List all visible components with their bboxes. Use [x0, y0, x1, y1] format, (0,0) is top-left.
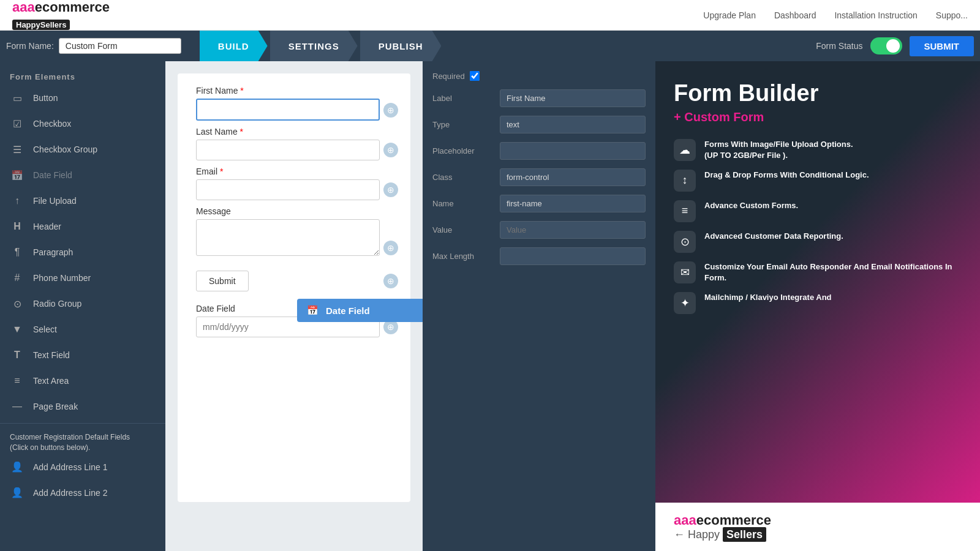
prop-value-row: Value: [432, 221, 646, 239]
promo-feature-text-5: Customize Your Email Auto Responder And …: [704, 261, 962, 283]
promo-feature-text-4: Advanced Customer Data Reporting.: [704, 231, 843, 242]
prop-class-label: Class: [432, 173, 500, 182]
main-content: Form Elements ▭ Button ☑ Checkbox ☰ Chec…: [0, 61, 980, 551]
sidebar-item-radio-group[interactable]: ⊙ Radio Group: [0, 291, 165, 317]
prop-class-row: Class form-control: [432, 168, 646, 186]
sidebar-label-button: Button: [33, 93, 58, 103]
customer-reg-title: Customer Registration Default Fields (Cl…: [0, 427, 165, 454]
prop-required-label: Required: [432, 72, 465, 81]
promo-feature-5: ✉ Customize Your Email Auto Responder An…: [674, 261, 962, 283]
prop-required-checkbox[interactable]: [470, 71, 480, 81]
promo-icon-data: ⊙: [674, 231, 696, 253]
email-input[interactable]: [196, 179, 380, 200]
sidebar-item-file-upload[interactable]: ↑ File Upload: [0, 188, 165, 214]
prop-label-input[interactable]: [500, 89, 646, 107]
promo-feature-text-1: Forms With Image/File Upload Options.(UP…: [704, 139, 853, 161]
sidebar-label-select: Select: [33, 324, 57, 334]
field-message: Message ⊕: [196, 206, 392, 258]
form-submit-button[interactable]: Submit: [196, 271, 249, 291]
add-field-btn-5[interactable]: ⊕: [383, 274, 398, 288]
date-field-icon: 📅: [10, 168, 24, 182]
sidebar-item-paragraph[interactable]: ¶ Paragraph: [0, 239, 165, 265]
submit-button[interactable]: SUBMIT: [910, 36, 974, 56]
promo-icon-drag: ↕: [674, 170, 696, 192]
prop-placeholder-input[interactable]: [500, 142, 646, 160]
message-label: Message: [196, 206, 380, 216]
sidebar-item-text-area[interactable]: ≡ Text Area: [0, 368, 165, 394]
sidebar-label-add-address-2: Add Address Line 2: [33, 488, 107, 498]
text-field-icon: T: [10, 348, 24, 362]
prop-name-value: first-name: [500, 195, 646, 212]
tab-publish[interactable]: PUBLISH: [360, 31, 442, 61]
nav-dashboard[interactable]: Dashboard: [774, 10, 816, 20]
date-field-label: Date Field: [196, 304, 380, 313]
prop-placeholder-row: Placeholder: [432, 142, 646, 160]
form-canvas: First Name * ⊕ Last Name * ⊕ Email * ⊕: [178, 73, 410, 502]
prop-placeholder-label: Placeholder: [432, 146, 500, 156]
phone-number-icon: #: [10, 271, 24, 285]
prop-type-row: Type text: [432, 116, 646, 133]
first-name-label: First Name *: [196, 86, 380, 96]
page-break-icon: —: [10, 399, 24, 414]
promo-content: Form Builder + Custom Form ☁ Forms With …: [655, 61, 980, 335]
prop-required-row: Required: [432, 71, 646, 81]
add-field-btn-1[interactable]: ⊕: [383, 103, 398, 118]
first-name-input[interactable]: [196, 99, 380, 121]
last-name-input[interactable]: [196, 140, 380, 160]
sidebar-item-date-field[interactable]: 📅 Date Field: [0, 162, 165, 188]
sidebar-item-checkbox[interactable]: ☑ Checkbox: [0, 111, 165, 137]
nav-support[interactable]: Suppo...: [936, 10, 968, 20]
sidebar-item-phone-number[interactable]: # Phone Number: [0, 265, 165, 291]
first-name-required: *: [240, 86, 243, 96]
prop-label-label: Label: [432, 94, 500, 103]
sidebar-title: Form Elements: [0, 67, 165, 85]
tab-build[interactable]: BUILD: [200, 31, 268, 61]
top-nav: aaaecommerce HappySellers Upgrade Plan D…: [0, 0, 980, 31]
date-input[interactable]: [196, 317, 380, 337]
prop-maxlength-row: Max Length: [432, 247, 646, 265]
sidebar-item-add-address-1[interactable]: 👤 Add Address Line 1: [0, 454, 165, 480]
prop-name-label: Name: [432, 199, 500, 208]
add-field-btn-4[interactable]: ⊕: [383, 241, 398, 255]
tab-settings[interactable]: SETTINGS: [270, 31, 358, 61]
form-name-input[interactable]: [59, 38, 181, 54]
message-textarea[interactable]: [196, 219, 380, 256]
radio-group-icon: ⊙: [10, 296, 24, 311]
promo-icon-mailchimp: ✦: [674, 292, 696, 314]
sidebar-label-checkbox-group: Checkbox Group: [33, 144, 97, 154]
promo-title: Form Builder: [674, 80, 962, 108]
sidebar-item-add-address-2[interactable]: 👤 Add Address Line 2: [0, 480, 165, 506]
sidebar-label-date-field: Date Field: [33, 170, 72, 180]
add-field-btn-3[interactable]: ⊕: [383, 182, 398, 197]
promo-feature-1: ☁ Forms With Image/File Upload Options.(…: [674, 139, 962, 161]
sidebar-label-radio-group: Radio Group: [33, 299, 81, 309]
sidebar-item-text-field[interactable]: T Text Field: [0, 342, 165, 368]
sidebar-label-file-upload: File Upload: [33, 196, 77, 206]
prop-name-row: Name first-name: [432, 195, 646, 212]
prop-value-input[interactable]: [500, 221, 646, 239]
select-icon: ▼: [10, 322, 24, 337]
promo-icon-custom: ≡: [674, 200, 696, 222]
add-field-btn-2[interactable]: ⊕: [383, 143, 398, 157]
form-status-toggle[interactable]: [870, 37, 902, 54]
promo-feature-2: ↕ Drag & Drop Forms With Conditional Log…: [674, 170, 962, 192]
sidebar-item-header[interactable]: H Header: [0, 214, 165, 239]
sidebar-item-button[interactable]: ▭ Button: [0, 85, 165, 111]
sidebar-label-text-field: Text Field: [33, 350, 70, 360]
logo: aaaecommerce HappySellers: [12, 0, 110, 31]
promo-feature-4: ⊙ Advanced Customer Data Reporting.: [674, 231, 962, 253]
nav-installation[interactable]: Installation Instruction: [834, 10, 917, 20]
email-required: *: [220, 167, 223, 176]
sidebar-label-add-address-1: Add Address Line 1: [33, 462, 107, 472]
prop-maxlength-input[interactable]: [500, 247, 646, 265]
nav-upgrade[interactable]: Upgrade Plan: [703, 10, 756, 20]
field-email: Email * ⊕: [196, 167, 392, 200]
field-first-name: First Name * ⊕: [196, 86, 392, 121]
sidebar-item-page-break[interactable]: — Page Break: [0, 394, 165, 419]
email-label: Email *: [196, 167, 380, 176]
form-name-label: Form Name:: [6, 41, 54, 51]
add-field-btn-6[interactable]: ⊕: [383, 320, 398, 334]
sidebar-item-select[interactable]: ▼ Select: [0, 317, 165, 342]
promo-feature-text-3: Advance Custom Forms.: [704, 200, 798, 211]
sidebar-item-checkbox-group[interactable]: ☰ Checkbox Group: [0, 137, 165, 162]
